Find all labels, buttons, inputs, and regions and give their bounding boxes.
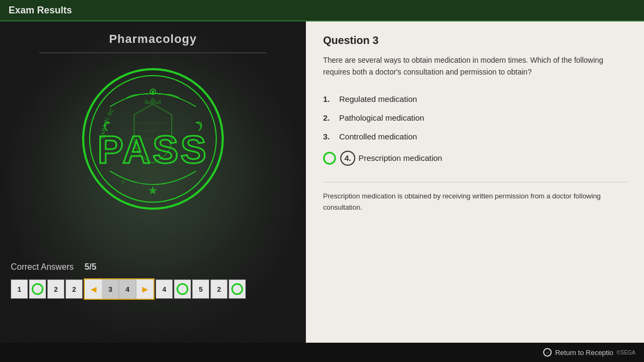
nav-cell-active-4[interactable]: 4 (119, 279, 136, 299)
correct-answers-value: 5/5 (84, 262, 96, 272)
svg-text:S: S (120, 179, 126, 185)
return-label: Return to Receptio (555, 349, 613, 357)
pass-stamp: BARA AL SC PASS S (78, 64, 228, 214)
answer-num-2: 2. (323, 113, 339, 122)
nav-cell-3[interactable]: 2 (65, 279, 83, 299)
left-panel: Pharmacology (0, 21, 306, 343)
nav-cell-2[interactable]: 2 (47, 279, 64, 299)
nav-cell-4[interactable]: 4 (156, 279, 173, 299)
nav-active-group: ◀ 3 4 ▶ (84, 278, 155, 300)
answer-text-3: Controlled medication (339, 132, 627, 141)
svg-marker-10 (149, 186, 157, 195)
answer-text-1: Regulated medication (339, 94, 627, 104)
nav-cell-circle-2 (174, 279, 191, 299)
subject-title: Pharmacology (109, 32, 197, 46)
nav-cell-circle-1 (29, 279, 46, 299)
subject-divider (39, 53, 267, 53)
explanation-text: Prescription medication is obtained by r… (323, 192, 601, 211)
correct-answers-label: Correct Answers (11, 262, 74, 272)
right-panel: Question 3 There are several ways to obt… (306, 21, 644, 343)
svg-point-3 (152, 91, 154, 93)
question-navigator: 1 2 2 ◀ (11, 278, 295, 300)
answer-item-2: 2. Pathological medication (323, 113, 627, 122)
answer-item-4: 4. Prescription medication (323, 151, 627, 166)
sega-logo: ©SEGA (617, 350, 635, 356)
nav-arrow-right[interactable]: ▶ (136, 279, 153, 299)
answer-num-3: 3. (323, 132, 339, 141)
answer-item-1: 1. Regulated medication (323, 94, 627, 104)
top-bar: Exam Results (0, 0, 644, 21)
explanation-box: Prescription medication is obtained by r… (323, 182, 627, 213)
bottom-bar: ○ Return to Receptio ©SEGA (0, 343, 644, 362)
nav-cell-1[interactable]: 1 (11, 279, 28, 299)
main-content: Pharmacology (0, 21, 644, 343)
nav-cell-6[interactable]: 2 (210, 279, 228, 299)
correct-answers-section: Correct Answers 5/5 1 2 2 (11, 262, 295, 300)
answer-text-4: Prescription medication (358, 153, 627, 162)
nav-arrow-left[interactable]: ◀ (85, 279, 102, 299)
correct-answer-indicator (323, 152, 336, 165)
return-button[interactable]: ○ Return to Receptio (543, 348, 613, 357)
nav-cell-5[interactable]: 5 (192, 279, 209, 299)
nav-cell-active-3[interactable]: 3 (102, 279, 119, 299)
question-number: Question 3 (323, 34, 627, 47)
svg-text:PASS: PASS (98, 128, 209, 171)
answer-text-2: Pathological medication (339, 113, 627, 122)
answer-list: 1. Regulated medication 2. Pathological … (323, 94, 627, 166)
question-text: There are several ways to obtain medicat… (323, 54, 627, 78)
return-circle-icon: ○ (543, 348, 552, 357)
nav-cell-circle-3 (229, 279, 246, 299)
answer-num-4: 4. (340, 151, 355, 166)
answer-num-1: 1. (323, 94, 339, 104)
page-title: Exam Results (9, 5, 72, 16)
answer-item-3: 3. Controlled medication (323, 132, 627, 141)
